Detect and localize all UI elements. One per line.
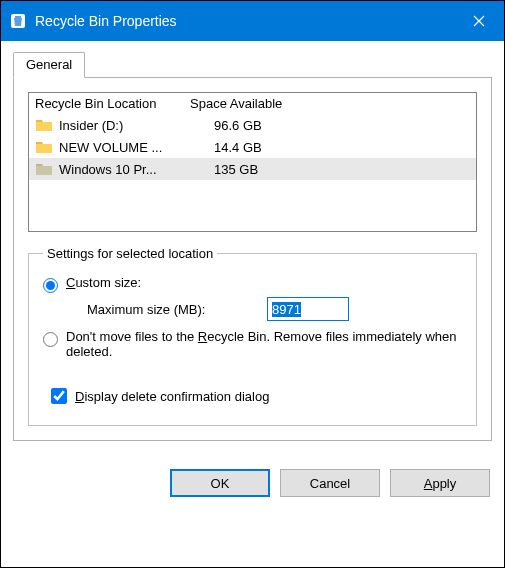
radio-custom-size-label[interactable]: Custom size:: [66, 275, 462, 290]
max-size-input[interactable]: [267, 297, 349, 321]
radio-custom-size[interactable]: [43, 278, 58, 293]
folder-icon: [35, 117, 53, 133]
folder-icon: [35, 161, 53, 177]
location-list[interactable]: Recycle Bin Location Space Available Ins…: [28, 92, 477, 232]
row-space: 14.4 GB: [214, 140, 470, 155]
window-title: Recycle Bin Properties: [35, 13, 454, 29]
svg-rect-1: [15, 16, 21, 18]
max-size-row: Maximum size (MB):: [87, 297, 462, 321]
checkbox-display-confirm[interactable]: [51, 388, 67, 404]
tabstrip: General: [13, 52, 492, 78]
radio-dont-move[interactable]: [43, 332, 58, 347]
header-space: Space Available: [190, 96, 470, 111]
folder-icon: [35, 139, 53, 155]
settings-group: Settings for selected location Custom si…: [28, 246, 477, 426]
list-row[interactable]: Windows 10 Pr... 135 GB: [29, 158, 476, 180]
list-row[interactable]: NEW VOLUME ... 14.4 GB: [29, 136, 476, 158]
settings-legend: Settings for selected location: [43, 246, 217, 261]
radio-custom-size-row: Custom size:: [43, 275, 462, 293]
tab-panel-general: Recycle Bin Location Space Available Ins…: [13, 77, 492, 441]
apply-button[interactable]: Apply: [390, 469, 490, 497]
recycle-bin-icon: [9, 12, 27, 30]
tab-general[interactable]: General: [13, 52, 85, 78]
close-button[interactable]: [454, 1, 504, 41]
row-name: Insider (D:): [59, 118, 214, 133]
row-name: Windows 10 Pr...: [59, 162, 214, 177]
titlebar: Recycle Bin Properties: [1, 1, 504, 41]
row-space: 135 GB: [214, 162, 470, 177]
radio-dont-move-row: Don't move files to the Recycle Bin. Rem…: [43, 329, 462, 359]
checkbox-display-confirm-label[interactable]: Display delete confirmation dialog: [75, 389, 269, 404]
display-confirm-row: Display delete confirmation dialog: [47, 385, 462, 407]
radio-dont-move-label[interactable]: Don't move files to the Recycle Bin. Rem…: [66, 329, 462, 359]
ok-button[interactable]: OK: [170, 469, 270, 497]
header-location: Recycle Bin Location: [35, 96, 190, 111]
row-space: 96.6 GB: [214, 118, 470, 133]
list-header: Recycle Bin Location Space Available: [29, 93, 476, 114]
row-name: NEW VOLUME ...: [59, 140, 214, 155]
cancel-button[interactable]: Cancel: [280, 469, 380, 497]
button-bar: OK Cancel Apply: [1, 453, 504, 513]
max-size-label: Maximum size (MB):: [87, 302, 267, 317]
list-row[interactable]: Insider (D:) 96.6 GB: [29, 114, 476, 136]
content: General Recycle Bin Location Space Avail…: [1, 41, 504, 453]
